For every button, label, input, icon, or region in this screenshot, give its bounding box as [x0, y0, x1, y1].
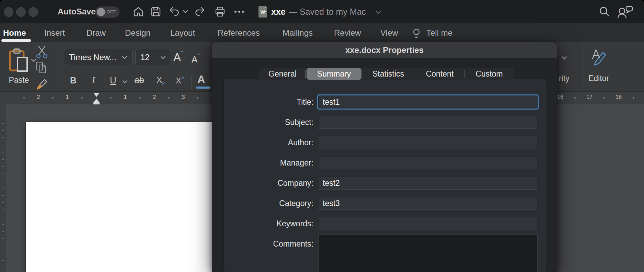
dialog-titlebar[interactable]: xxe.docx Properties	[212, 42, 557, 58]
editor-button-label[interactable]: Editor	[586, 74, 612, 83]
tab-design[interactable]: Design	[125, 23, 151, 42]
search-icon[interactable]	[599, 6, 610, 18]
minimize-window-button[interactable]	[16, 7, 26, 17]
ruler-number: 2	[32, 94, 45, 100]
save-icon[interactable]	[150, 6, 162, 18]
ruler-number: 1	[60, 94, 74, 100]
text-effects-underline	[196, 87, 210, 89]
manager-field[interactable]	[318, 156, 538, 169]
comments-field-label: Comments:	[223, 239, 313, 249]
paste-button-label[interactable]: Paste	[6, 76, 32, 85]
undo-menu-chevron-icon[interactable]	[183, 10, 188, 14]
title-field[interactable]	[318, 95, 538, 109]
first-line-indent-marker[interactable]	[93, 93, 100, 97]
ribbon-separator	[58, 45, 58, 89]
manager-field-label: Manager:	[223, 158, 313, 168]
author-field[interactable]	[318, 136, 538, 149]
document-page[interactable]	[26, 122, 218, 272]
bold-button[interactable]: B	[70, 75, 77, 86]
tab-mailings[interactable]: Mailings	[283, 23, 313, 42]
comments-field[interactable]	[318, 234, 538, 272]
window-titlebar: AutoSave OFF	[0, 0, 644, 23]
superscript-button[interactable]: X2	[176, 75, 184, 86]
ruler-tick	[110, 97, 112, 99]
zoom-window-button[interactable]	[28, 7, 38, 17]
tab-review[interactable]: Review	[334, 23, 361, 42]
close-window-button[interactable]	[4, 7, 13, 17]
autosave-toggle[interactable]: OFF	[95, 7, 119, 18]
underline-menu-chevron-icon[interactable]	[122, 80, 127, 83]
text-effects-button[interactable]: A	[197, 73, 205, 86]
tab-tell-me[interactable]: Tell me	[426, 23, 452, 42]
grow-font-button[interactable]: Aˆ	[173, 49, 183, 64]
cut-icon[interactable]	[35, 45, 48, 59]
dialog-tab-custom[interactable]: Custom	[466, 68, 513, 80]
dialog-tab-summary[interactable]: Summary	[307, 68, 361, 80]
sensitivity-chevron-icon[interactable]	[562, 56, 567, 60]
ruler-number: 2	[148, 94, 161, 100]
user-feedback-icon[interactable]	[616, 5, 634, 20]
home-icon[interactable]	[133, 6, 144, 18]
ribbon-separator	[584, 46, 584, 88]
category-field-label: Category:	[223, 198, 313, 208]
keywords-field[interactable]	[318, 217, 538, 230]
dialog-tab-general[interactable]: General	[260, 68, 305, 80]
font-size-select[interactable]: 12	[135, 49, 171, 66]
ribbon-separator	[191, 75, 192, 89]
ruler-number: 3	[176, 94, 190, 100]
vertical-ruler-ticks	[2, 123, 4, 267]
ruler-tick	[139, 97, 141, 99]
company-field-label: Company:	[223, 178, 313, 188]
strikethrough-button[interactable]: ab	[135, 75, 144, 85]
subject-field-label: Subject:	[223, 117, 313, 127]
ruler-tick	[81, 97, 83, 99]
company-field[interactable]	[318, 177, 538, 190]
print-icon[interactable]	[214, 6, 226, 18]
dialog-tab-statistics[interactable]: Statistics	[363, 68, 414, 80]
ruler-tick	[603, 97, 605, 99]
hanging-indent-marker[interactable]	[93, 99, 100, 103]
active-tab-indicator	[1, 39, 31, 42]
format-painter-icon[interactable]	[35, 77, 49, 91]
word-window: AutoSave OFF	[0, 0, 644, 272]
ruler-tick	[23, 97, 25, 99]
redo-icon[interactable]	[194, 6, 206, 18]
editor-icon[interactable]	[591, 47, 607, 66]
autosave-toggle-knob	[97, 8, 105, 16]
document-save-status: — Saved to my Mac	[289, 0, 366, 23]
paste-icon[interactable]	[8, 48, 30, 73]
ruler-tick	[168, 97, 170, 99]
document-title: xxe	[271, 0, 286, 23]
subject-field[interactable]	[318, 116, 538, 129]
font-name-select[interactable]: Times New...	[64, 49, 133, 66]
dialog-title: xxe.docx Properties	[345, 45, 424, 55]
word-document-icon: W	[258, 5, 268, 18]
lightbulb-icon	[412, 28, 421, 38]
autosave-label: AutoSave	[58, 0, 96, 23]
chevron-down-icon	[160, 56, 166, 59]
tab-insert[interactable]: Insert	[44, 23, 65, 42]
dialog-tab-strip: General Summary Statistics Content Custo…	[258, 68, 514, 80]
properties-dialog: xxe.docx Properties General Summary Stat…	[212, 42, 557, 272]
sensitivity-label-fragment: rity	[559, 74, 570, 83]
tab-draw[interactable]: Draw	[87, 23, 106, 42]
category-field[interactable]	[318, 197, 538, 210]
tab-references[interactable]: References	[218, 23, 260, 42]
ruler-tick	[197, 97, 198, 99]
chevron-down-icon	[122, 56, 127, 59]
italic-button[interactable]: I	[92, 75, 95, 86]
underline-button[interactable]: U	[110, 75, 116, 86]
title-field-label: Title:	[223, 97, 313, 107]
ruler-tick	[574, 97, 576, 99]
tab-layout[interactable]: Layout	[170, 23, 195, 42]
shrink-font-button[interactable]: Aˇ	[192, 52, 200, 65]
undo-icon[interactable]	[168, 6, 180, 18]
caret-up-icon: ˆ	[181, 49, 183, 58]
ruler-tick	[52, 97, 54, 99]
title-menu-chevron-icon[interactable]	[376, 10, 381, 14]
subscript-button[interactable]: X2	[157, 75, 165, 86]
copy-icon[interactable]	[36, 61, 47, 74]
tab-view[interactable]: View	[380, 23, 398, 42]
more-commands-icon[interactable]	[234, 10, 244, 13]
dialog-tab-content[interactable]: Content	[415, 68, 464, 80]
